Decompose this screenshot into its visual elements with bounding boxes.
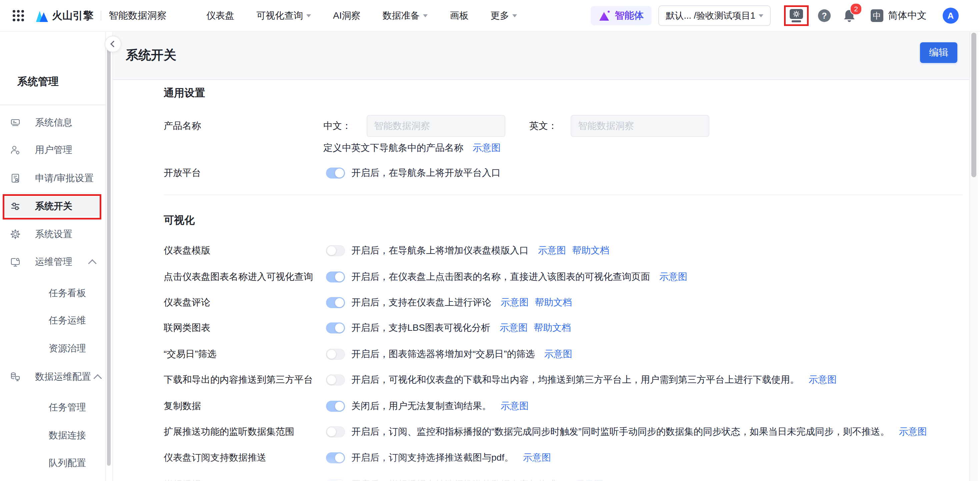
sidebar-item-user-management[interactable]: 用户管理	[0, 142, 105, 158]
top-navbar: 火山引擎 智能数据洞察 仪表盘 可视化查询 AI洞察 数据准备 画板 更多 智能…	[0, 0, 980, 32]
zh-name-label: 中文：	[323, 119, 352, 132]
sidebar-item-approval-settings[interactable]: 申请/审批设置	[0, 170, 105, 186]
help-doc-link[interactable]: 帮助文档	[572, 244, 609, 257]
open-platform-toggle[interactable]	[326, 168, 345, 179]
main-nav: 仪表盘 可视化查询 AI洞察 数据准备 画板 更多	[206, 0, 517, 31]
subscription-push-toggle[interactable]	[326, 452, 345, 464]
annotation-red-box-console	[784, 5, 809, 26]
row-description: 定义中英文下导航条中的产品名称	[323, 141, 463, 154]
toggle-row: 仪表盘评论 开启后，支持在仪表盘上进行评论 示意图 帮助文档	[112, 295, 970, 310]
schematic-link[interactable]: 示意图	[523, 451, 551, 464]
lbs-charts-toggle[interactable]	[326, 322, 345, 333]
notification-badge: 2	[850, 3, 862, 15]
toggle-row: “交易日”筛选 开启后，图表筛选器将增加对“交易日”的筛选 示意图	[112, 347, 970, 362]
section-title-visualization: 可视化	[164, 213, 195, 227]
dashboard-comments-toggle[interactable]	[326, 297, 345, 308]
sidebar-group-data-ops-config[interactable]: 数据运维配置	[0, 369, 105, 385]
toggle-row: 仪表盘模版 开启后，在导航条上将增加仪表盘模版入口 示意图 帮助文档	[112, 243, 970, 258]
sidebar-item-system-settings[interactable]: 系统设置	[0, 226, 105, 242]
en-name-input[interactable]	[571, 115, 710, 137]
sidebar-item-queue-config[interactable]: 队列配置	[0, 455, 105, 471]
sidebar-scrollbar[interactable]	[105, 31, 113, 481]
monitor-gear-icon	[10, 257, 21, 267]
main-content: 系统开关 编辑 通用设置 产品名称 中文： 英文： 定义中英文下导航条中的产品名…	[112, 31, 970, 481]
divider	[0, 105, 105, 105]
sidebar-item-resource-governance[interactable]: 资源治理	[0, 340, 105, 356]
sidebar-item-task-management[interactable]: 任务管理	[0, 399, 105, 415]
help-doc-link[interactable]: 帮助文档	[535, 296, 572, 309]
sidebar-item-task-ops[interactable]: 任务运维	[0, 313, 105, 329]
toggle-row: 点击仪表盘图表名称进入可视化查询 开启后，在仪表盘上点击图表的名称，直接进入该图…	[112, 270, 970, 284]
schematic-link[interactable]: 示意图	[501, 296, 529, 309]
schematic-link[interactable]: 示意图	[473, 141, 501, 154]
help-doc-link[interactable]: 帮助文档	[534, 321, 571, 334]
sidebar-item-task-board[interactable]: 任务看板	[0, 285, 105, 301]
sidebar: 系统管理 系统信息 用户管理 申请/审批设置 系统开关	[0, 31, 105, 481]
nav-visual-query[interactable]: 可视化查询	[256, 10, 311, 22]
zh-name-input[interactable]	[367, 115, 505, 137]
push-dataset-monitor-toggle[interactable]	[326, 426, 345, 437]
dashboard-template-toggle[interactable]	[326, 245, 345, 256]
divider	[101, 11, 101, 21]
chevron-up-icon	[88, 259, 96, 267]
database-monitor-icon	[10, 371, 21, 382]
sidebar-item-system-info[interactable]: 系统信息	[0, 114, 105, 130]
third-party-export-toggle[interactable]	[326, 375, 345, 386]
notifications-button[interactable]: 2	[843, 9, 855, 22]
agent-button-label: 智能体	[615, 9, 644, 22]
schematic-link[interactable]: 示意图	[500, 321, 528, 334]
user-avatar[interactable]: A	[943, 8, 959, 24]
schematic-link[interactable]: 示意图	[501, 400, 529, 413]
chart-title-link-toggle[interactable]	[326, 271, 345, 283]
approval-doc-icon	[10, 173, 21, 184]
gear-icon	[10, 229, 21, 240]
schematic-link[interactable]: 示意图	[659, 270, 687, 283]
project-selector[interactable]: 默认... /验收测试项目1	[658, 5, 771, 26]
agent-button[interactable]: 智能体	[591, 6, 652, 25]
language-label: 简体中文	[888, 9, 927, 22]
metric-broadcast-toggle[interactable]	[326, 479, 345, 481]
help-icon[interactable]: ?	[818, 10, 830, 22]
sidebar-group-ops-management[interactable]: 运维管理	[0, 254, 105, 270]
chevron-down-icon	[512, 14, 517, 17]
app-grid-icon[interactable]	[13, 10, 24, 21]
nav-ai-insight[interactable]: AI洞察	[333, 10, 360, 22]
system-console-icon[interactable]	[789, 9, 803, 22]
nav-canvas[interactable]: 画板	[450, 10, 468, 22]
nav-more[interactable]: 更多	[490, 10, 517, 22]
chevron-down-icon	[423, 14, 428, 17]
page-scrollbar-thumb[interactable]	[971, 33, 976, 177]
copy-data-toggle[interactable]	[326, 401, 345, 412]
schematic-link[interactable]: 示意图	[538, 244, 566, 257]
page-scrollbar[interactable]	[969, 31, 978, 481]
sidebar-title: 系统管理	[18, 75, 59, 89]
row-label: 产品名称	[164, 119, 201, 132]
sidebar-collapse-button[interactable]	[105, 36, 121, 52]
edit-button[interactable]: 编辑	[920, 42, 957, 63]
user-gear-icon	[10, 144, 21, 155]
nav-dashboard[interactable]: 仪表盘	[206, 10, 234, 22]
row-product-name: 产品名称 中文： 英文：	[112, 119, 970, 133]
page-title: 系统开关	[126, 47, 177, 63]
chevron-down-icon	[759, 14, 763, 17]
toggle-row-partial: 指标播报 开启后，指标播报支持选择推送的数据内容与格式。 示意图	[112, 477, 970, 481]
schematic-link[interactable]: 示意图	[899, 425, 927, 438]
language-switcher[interactable]: 中 简体中文	[871, 9, 927, 22]
page-header: 系统开关 编辑	[112, 31, 970, 80]
nav-data-prep[interactable]: 数据准备	[382, 10, 428, 22]
schematic-link[interactable]: 示意图	[575, 478, 603, 481]
row-product-name-desc: 定义中英文下导航条中的产品名称 示意图	[112, 141, 970, 155]
trading-day-filter-toggle[interactable]	[326, 349, 345, 360]
section-title-general: 通用设置	[164, 86, 205, 100]
chevron-down-icon	[306, 14, 311, 17]
language-icon: 中	[871, 10, 883, 22]
schematic-link[interactable]: 示意图	[544, 348, 572, 360]
row-open-platform: 开放平台 开启后，在导航条上将开放平台入口	[112, 165, 970, 180]
product-name: 智能数据洞察	[109, 9, 167, 22]
row-description: 开启后，在导航条上将开放平台入口	[352, 167, 501, 179]
sidebar-scrollbar-thumb[interactable]	[107, 39, 111, 466]
schematic-link[interactable]: 示意图	[809, 373, 837, 386]
section-divider	[164, 195, 963, 195]
sidebar-item-data-connection[interactable]: 数据连接	[0, 427, 105, 443]
brand-logo[interactable]: 火山引擎	[35, 9, 93, 23]
